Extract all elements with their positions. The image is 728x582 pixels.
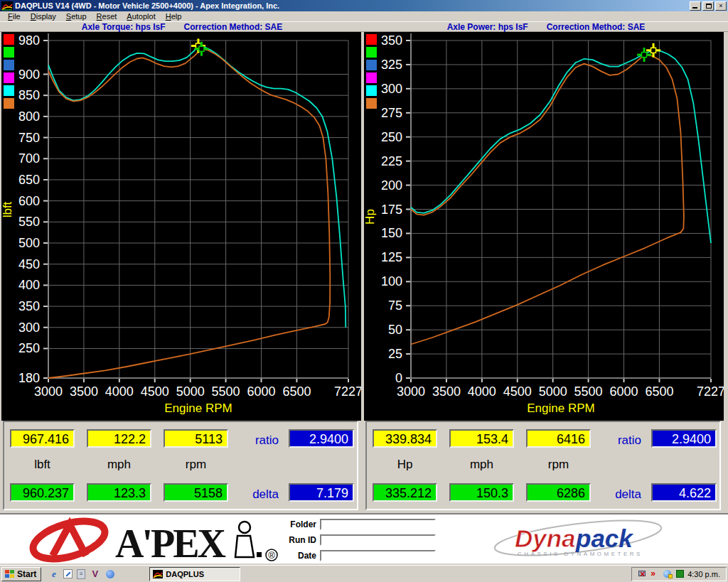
svg-text:325: 325 [381,58,402,72]
torque-current-mph: 123.3 [87,483,151,502]
internet-explorer-icon[interactable]: e [48,568,59,579]
apex-registered-mark: ® [268,550,275,561]
torque-current-rpm: 5158 [164,483,228,502]
legend-swatch-2[interactable] [4,60,14,70]
restore-button[interactable] [702,1,714,11]
daqplus-task-label: DAQPLUS [166,570,204,578]
legend-swatch-0[interactable] [4,34,14,45]
torque-y-axis-label: lbft [1,201,14,217]
messenger-icon[interactable] [105,568,115,579]
daqplus-window: DAQPLUS V14 (4WD - Motor Vehicle 2500+40… [0,0,728,582]
torque-plot[interactable]: lbft 98090085080075070065060055050045040… [1,32,361,421]
taskbar-daqplus-button[interactable]: DAQPLUS [149,567,240,581]
document-icon[interactable]: ≡ [77,569,85,579]
power-plot[interactable]: Hp 3503253002752502252001751501251007550… [364,32,724,421]
update-notifier-icon[interactable] [663,569,673,578]
svg-text:550: 550 [18,215,40,229]
svg-text:6500: 6500 [282,384,311,399]
app-icon [1,1,13,11]
svg-text:3000: 3000 [397,384,425,399]
date-input[interactable] [320,550,436,561]
start-label: Start [17,569,36,579]
menu-display[interactable]: Display [26,12,61,21]
legend-swatch-0[interactable] [366,34,377,45]
minimize-button[interactable] [690,1,701,11]
x-axis-label: Engine RPM [527,402,594,415]
offline-status-icon[interactable]: × [638,569,647,578]
x-axis-label: Engine RPM [164,402,232,415]
apexi-i-head [239,522,250,533]
svg-text:980: 980 [18,33,40,48]
svg-text:700: 700 [18,151,40,166]
power-chart-panel: Hp 3503253002752502252001751501251007550… [364,32,724,421]
legend-swatch-4[interactable] [4,85,14,96]
windows-logo-icon [5,570,15,578]
legend-swatch-3[interactable] [366,72,377,83]
svg-text:150: 150 [381,226,402,240]
torque-peak-value: 967.416 [10,429,75,448]
footer-strip: A'PEX ® Folder Run ID Date Dyna pack CHA… [0,513,728,564]
torque-ratio-label: ratio [237,433,279,448]
power-current-value: 335.212 [373,483,437,502]
svg-text:75: 75 [388,298,402,313]
legend-swatch-1[interactable] [4,47,14,58]
svg-text:6000: 6000 [609,384,638,399]
svg-text:250: 250 [18,341,40,355]
runid-input[interactable] [320,534,436,546]
menu-setup[interactable]: Setup [61,12,92,21]
torque-chart-panel: lbft 98090085080075070065060055050045040… [1,32,361,421]
menu-reset[interactable]: Reset [92,12,122,21]
svg-text:3500: 3500 [70,384,98,399]
legend-swatch-5[interactable] [366,98,377,109]
legend-swatch-2[interactable] [366,60,377,70]
runid-label: Run ID [277,535,320,545]
svg-text:4500: 4500 [141,384,169,399]
desktop-shortcut-icon[interactable] [63,569,73,578]
svg-text:3500: 3500 [432,384,461,399]
torque-current-value: 960.237 [10,483,75,502]
close-button[interactable]: × [715,1,727,11]
legend-swatch-5[interactable] [4,98,14,109]
menu-bar: File Display Setup Reset Autoplot Help [0,11,728,21]
torque-peak-mph: 122.2 [87,429,151,448]
svg-text:4500: 4500 [503,384,532,399]
dynapack-caption: CHASSIS DYNAMOMETERS [518,551,643,557]
power-correction-method: Correction Method: SAE [547,22,646,32]
legend-swatch-1[interactable] [366,47,377,58]
power-current-rpm: 6286 [526,483,591,502]
start-button[interactable]: Start [1,567,41,581]
svg-text:400: 400 [18,278,40,292]
menu-file[interactable]: File [3,12,26,21]
power-chart-title: Axle Power: hps IsF [447,22,528,32]
power-peak-rpm: 6416 [526,429,591,448]
svg-text:3000: 3000 [34,384,63,399]
svg-text:300: 300 [18,320,40,335]
folder-input[interactable] [320,519,436,530]
legend-swatch-3[interactable] [4,72,14,83]
media-player-icon[interactable]: V [90,568,100,579]
menu-help[interactable]: Help [161,12,187,21]
safety-monitor-icon[interactable] [676,570,684,578]
svg-text:650: 650 [18,173,40,187]
svg-text:300: 300 [381,82,402,96]
svg-text:7227: 7227 [334,384,361,399]
torque-rpm-label: rpm [164,458,228,472]
dynapack-dyna: Dyna [515,524,576,552]
legend-swatch-4[interactable] [366,85,377,96]
power-peak-mph: 153.4 [449,429,514,448]
power-delta-label: delta [600,487,641,502]
power-ratio-value: 2.9400 [651,429,717,448]
power-peak-value: 339.834 [373,429,437,448]
apex-wordmark: A'PEX [115,522,226,563]
power-ratio-label: ratio [600,433,641,448]
dynapack-pack: pack [575,524,633,552]
svg-text:275: 275 [381,106,402,120]
torque-readout-panel: 967.416 122.2 5113 ratio 2.9400 lbft mph… [3,421,358,510]
torque-peak-rpm: 5113 [164,429,228,448]
system-tray: × » 4:30 p.m. [631,567,727,581]
fast-user-icon[interactable]: » [651,569,660,578]
svg-text:25: 25 [388,347,402,361]
svg-text:0: 0 [395,371,402,385]
menu-autoplot[interactable]: Autoplot [122,12,160,21]
svg-text:200: 200 [381,178,402,193]
